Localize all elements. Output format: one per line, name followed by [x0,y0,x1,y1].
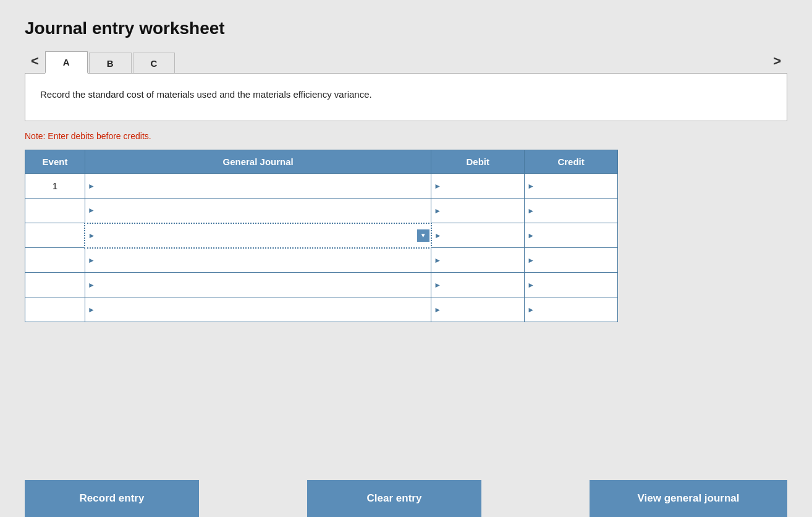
journal-cell-5[interactable]: ► [85,273,431,297]
journal-cell-6[interactable]: ► [85,297,431,322]
debit-input-1[interactable] [431,174,524,198]
table-row: ► ► ► [25,199,618,223]
description-box: Record the standard cost of materials us… [25,73,787,121]
bottom-bar: Record entry Clear entry View general jo… [25,468,787,517]
credit-cell-5[interactable]: ► [525,273,618,297]
debit-cell-1[interactable]: ► [431,174,525,199]
table-row: ► ► ► [25,273,618,297]
header-event: Event [25,150,85,174]
debit-cell-3[interactable]: ► [431,223,525,248]
table-row-dropdown: ► ► ► [25,223,618,248]
header-general-journal: General Journal [85,150,431,174]
view-general-journal-button[interactable]: View general journal [590,480,787,517]
event-cell-3 [25,223,85,248]
credit-input-6[interactable] [525,297,617,322]
event-cell-4 [25,248,85,273]
credit-input-5[interactable] [525,273,617,297]
journal-input-4[interactable] [85,249,431,273]
tab-c[interactable]: C [133,53,176,74]
event-cell-6 [25,297,85,322]
nav-right-arrow[interactable]: > [767,49,787,73]
table-header-row: Event General Journal Debit Credit [25,150,618,174]
journal-input-dropdown[interactable] [85,224,430,247]
debit-input-6[interactable] [431,297,524,322]
header-debit: Debit [431,150,525,174]
header-credit: Credit [525,150,618,174]
credit-cell-3[interactable]: ► [525,223,618,248]
spacer [481,480,590,517]
journal-cell-4[interactable]: ► [85,248,431,273]
event-cell-5 [25,273,85,297]
debit-cell-2[interactable]: ► [431,199,525,223]
note-text: Note: Enter debits before credits. [25,131,787,141]
description-text: Record the standard cost of materials us… [40,87,772,102]
debit-input-4[interactable] [431,248,524,272]
journal-input-2[interactable] [85,199,431,223]
credit-input-3[interactable] [525,223,617,247]
table-row: 1 ► ► ► [25,174,618,199]
clear-entry-button[interactable]: Clear entry [307,480,481,517]
tab-b[interactable]: B [89,53,132,74]
credit-input-1[interactable] [525,174,617,198]
debit-cell-4[interactable]: ► [431,248,525,273]
debit-cell-5[interactable]: ► [431,273,525,297]
credit-input-2[interactable] [525,199,617,223]
event-cell-1: 1 [25,174,85,199]
debit-input-2[interactable] [431,199,524,223]
table-row: ► ► ► [25,248,618,273]
credit-cell-6[interactable]: ► [525,297,618,322]
table-row: ► ► ► [25,297,618,322]
journal-input-6[interactable] [85,297,431,322]
page-title: Journal entry worksheet [25,19,787,38]
journal-input-1[interactable] [85,174,431,198]
credit-cell-2[interactable]: ► [525,199,618,223]
journal-cell-1[interactable]: ► [85,174,431,199]
page-wrapper: Journal entry worksheet < A B C > Record… [0,0,812,517]
credit-input-4[interactable] [525,248,617,272]
journal-cell-dropdown[interactable]: ► [85,223,431,248]
dropdown-arrow-icon[interactable] [417,229,429,242]
spacer [199,480,307,517]
record-entry-button[interactable]: Record entry [25,480,199,517]
debit-cell-6[interactable]: ► [431,297,525,322]
tab-a[interactable]: A [45,51,88,74]
nav-left-arrow[interactable]: < [25,49,45,73]
journal-input-5[interactable] [85,273,431,297]
tabs-row: < A B C > [25,49,787,73]
event-cell-2 [25,199,85,223]
credit-cell-4[interactable]: ► [525,248,618,273]
debit-input-5[interactable] [431,273,524,297]
debit-input-3[interactable] [432,223,524,247]
journal-table: Event General Journal Debit Credit 1 ► ► [25,150,618,322]
journal-cell-2[interactable]: ► [85,199,431,223]
credit-cell-1[interactable]: ► [525,174,618,199]
